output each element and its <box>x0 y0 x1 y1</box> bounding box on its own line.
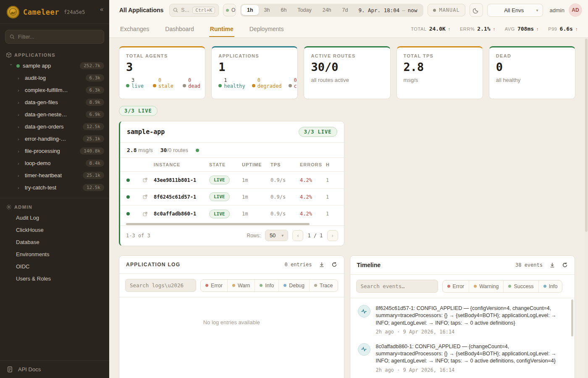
sidebar-filter[interactable] <box>5 30 104 44</box>
sidebar-item-users-roles[interactable]: Users & Roles <box>0 273 109 285</box>
theme-toggle-button[interactable] <box>470 3 483 17</box>
chevron-right-icon[interactable]: › <box>18 100 22 105</box>
custom-date-range[interactable]: 9. Apr. 18:04—now <box>353 5 422 16</box>
chevron-down-icon: ▾ <box>281 233 284 238</box>
chevron-right-icon[interactable]: › <box>18 185 22 190</box>
tree-item[interactable]: ›complex-fulfillm…6.3k <box>0 84 109 96</box>
range-3h[interactable]: 3h <box>259 5 276 15</box>
sidebar-item-audit-log[interactable]: Audit Log <box>0 212 109 224</box>
count-badge: 140.8k <box>80 147 104 155</box>
tree-item[interactable]: ›loop-demo8.4k <box>0 157 109 169</box>
range-24h[interactable]: 24h <box>317 5 337 15</box>
timeline-scrollbar[interactable] <box>571 299 573 336</box>
rows-per-page-select[interactable]: 50▾ <box>265 230 289 241</box>
tree-item[interactable]: ›file-processing140.8k <box>0 145 109 157</box>
chevron-down-icon[interactable]: › <box>9 64 14 68</box>
chevron-right-icon[interactable]: › <box>18 88 22 93</box>
tab-runtime[interactable]: Runtime <box>209 21 234 37</box>
count-badge: 8.4k <box>86 160 105 167</box>
manual-mode-button[interactable]: MANUAL <box>428 4 465 16</box>
card-applications: APPLICATIONS 1 1healthy 0degraded 0criti… <box>211 46 298 99</box>
tree-item[interactable]: ›timer-heartbeat25.1k <box>0 169 109 181</box>
download-icon[interactable] <box>319 262 325 268</box>
error-dot <box>447 285 450 288</box>
table-footer: 1-3 of 3 Rows: 50▾ ‹ 1 / 1 › <box>120 226 344 246</box>
chip-trace[interactable]: Trace <box>309 280 338 291</box>
success-dot <box>508 285 511 288</box>
chevron-right-icon[interactable]: › <box>18 112 22 117</box>
chip-error[interactable]: Error <box>443 281 469 292</box>
log-search-input[interactable]: Search logs\u2026 <box>125 279 196 292</box>
chip-success[interactable]: Success <box>503 281 538 292</box>
tree-item[interactable]: ›data-gen-neste…6.9k <box>0 108 109 121</box>
table-row[interactable]: 8c0affadb860-1 LIVE 1m 0.9/s 4.2% 1 <box>120 205 344 222</box>
chip-warn[interactable]: Warn <box>227 280 255 291</box>
environments-dropdown[interactable]: All Envs ▾ <box>487 4 543 17</box>
chevron-right-icon[interactable]: › <box>18 173 22 178</box>
chevron-right-icon[interactable]: › <box>18 136 22 142</box>
sidebar-item-database[interactable]: Database <box>0 236 109 248</box>
tree-item[interactable]: ›error-handling-…25.1k <box>0 133 109 145</box>
range-1h[interactable]: 1h <box>242 5 259 15</box>
chip-debug[interactable]: Debug <box>278 280 309 291</box>
cameleer-logo <box>7 6 19 18</box>
up-arrow-icon: ↑ <box>575 26 578 32</box>
tree-item[interactable]: ›audit-log6.3k <box>0 72 109 84</box>
download-icon[interactable] <box>549 262 555 268</box>
sidebar-item-clickhouse[interactable]: ClickHouse <box>0 224 109 236</box>
page-scrollbar[interactable] <box>585 38 588 378</box>
prev-page-button[interactable]: ‹ <box>292 230 303 241</box>
count-badge: 25.1k <box>83 172 104 179</box>
empty-state-message: No log entries available <box>119 297 344 326</box>
avatar[interactable]: AD <box>569 3 582 17</box>
chip-error[interactable]: Error <box>201 280 227 291</box>
tab-deployments[interactable]: Deployments <box>249 21 285 37</box>
tree-item[interactable]: ›data-gen-files8.9k <box>0 96 109 108</box>
online-status-pill[interactable]: O <box>223 4 236 16</box>
timeline-search-input[interactable]: Search events… <box>356 280 438 293</box>
global-search[interactable]: S… Ctrl+K <box>169 4 219 17</box>
breakdown-dead: 0dead <box>183 77 200 89</box>
breakdown-healthy: 1healthy <box>218 77 245 89</box>
search-placeholder: S… <box>181 7 189 13</box>
external-link-icon[interactable] <box>136 194 154 200</box>
row-range: 1-3 of 3 <box>126 233 150 239</box>
range-today[interactable]: Today <box>292 5 317 15</box>
api-docs-link[interactable]: API Docs <box>0 360 109 378</box>
filter-input[interactable] <box>18 34 100 40</box>
refresh-icon[interactable] <box>562 262 568 268</box>
tree-item-sample-app[interactable]: › sample app 252.7k <box>0 60 109 72</box>
sidebar-collapse-icon[interactable]: « <box>100 6 103 13</box>
warning-dot <box>474 285 477 288</box>
tree-item[interactable]: ›try-catch-test12.5k <box>0 181 109 194</box>
range-6h[interactable]: 6h <box>275 5 292 15</box>
up-arrow-icon: ↑ <box>536 26 539 32</box>
chip-info[interactable]: Info <box>255 280 278 291</box>
tree-item[interactable]: ›data-gen-orders12.5k <box>0 121 109 133</box>
timeline-title: Timeline <box>357 262 381 268</box>
horizontal-scrollbar[interactable] <box>120 222 344 226</box>
tab-exchanges[interactable]: Exchanges <box>119 21 150 37</box>
table-row[interactable]: 43ee9811b801-1 LIVE 1m 0.9/s 4.2% 1 <box>120 172 344 189</box>
card-active-routes: ACTIVE ROUTES 30/0 all routes active <box>304 46 390 99</box>
refresh-icon[interactable] <box>331 262 337 268</box>
chevron-right-icon[interactable]: › <box>18 76 22 81</box>
timeline-event[interactable]: 8c0affadb860-1: CONFIG_APPLIED — {change… <box>356 339 571 377</box>
sidebar-item-oidc[interactable]: OIDC <box>0 260 109 273</box>
tab-dashboard[interactable]: Dashboard <box>164 21 195 37</box>
chevron-right-icon[interactable]: › <box>18 149 22 154</box>
external-link-icon[interactable] <box>136 211 154 217</box>
chip-info[interactable]: Info <box>538 281 562 292</box>
range-7d[interactable]: 7d <box>337 5 354 15</box>
timeline-event[interactable]: 8f6245c61d57-1: CONFIG_APPLIED — {config… <box>356 301 571 339</box>
count-badge: 12.5k <box>83 184 104 191</box>
next-page-button[interactable]: › <box>327 230 338 241</box>
sidebar-item-environments[interactable]: Environments <box>0 248 109 260</box>
chevron-right-icon[interactable]: › <box>18 161 22 166</box>
external-link-icon[interactable] <box>136 177 154 183</box>
card-total-tps: TOTAL TPS 2.8 msg/s <box>396 46 483 99</box>
table-row[interactable]: 8f6245c61d57-1 LIVE 1m 0.9/s 4.2% 1 <box>120 189 344 205</box>
breakdown-degraded: 0degraded <box>252 77 282 89</box>
chevron-right-icon[interactable]: › <box>18 124 22 129</box>
chip-warning[interactable]: Warning <box>469 281 503 292</box>
